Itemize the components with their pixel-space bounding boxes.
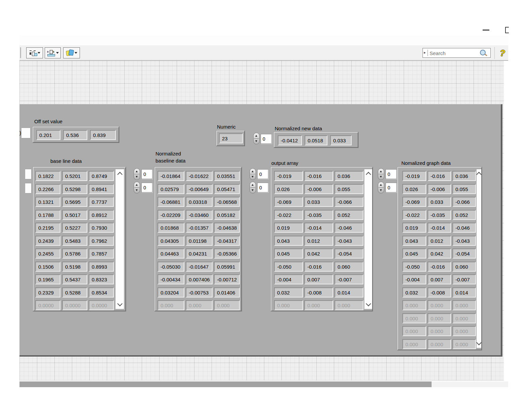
- chevron-down-icon: [38, 52, 40, 54]
- search-scope-icon[interactable]: ▸: [424, 50, 426, 55]
- horizontal-scrollbar-thumb[interactable]: [19, 381, 432, 387]
- array-cell: 0.01198: [186, 236, 213, 246]
- array-cell: 0.03204: [158, 287, 184, 298]
- search-icon[interactable]: [480, 50, 486, 55]
- array-cell: 0.04463: [158, 248, 184, 259]
- align-objects-icon: [29, 50, 37, 56]
- index-field[interactable]: 0: [386, 169, 397, 179]
- index-spinner[interactable]: [378, 168, 384, 180]
- array-cell: -0.050: [274, 262, 303, 272]
- array-cell: -0.006: [428, 184, 451, 194]
- array-cell: 0.000: [158, 300, 184, 310]
- baseline-data-array: 0.18220.52010.87490.22660.52980.89410.13…: [33, 167, 126, 311]
- array-cell: 0.060: [452, 262, 476, 272]
- array-cell: 0.03551: [214, 171, 240, 181]
- array-scrollbar[interactable]: [116, 169, 124, 309]
- toolbar-separator: [20, 47, 21, 58]
- numeric-value: 23: [219, 133, 243, 143]
- array-cell: 0.007: [304, 274, 333, 284]
- array-cell: -0.007: [335, 274, 363, 284]
- index-spinner[interactable]: [134, 182, 140, 193]
- array-cell: 0.01868: [158, 223, 184, 233]
- array-cell: 0.1788: [35, 210, 60, 220]
- array-cell: 0.042: [304, 248, 333, 259]
- array-cell: -0.03460: [186, 210, 213, 220]
- index-field[interactable]: 0: [141, 183, 152, 192]
- search-box[interactable]: ▸: [423, 48, 491, 58]
- scroll-down-icon[interactable]: [117, 301, 123, 307]
- help-button[interactable]: ?: [497, 46, 508, 60]
- index-field[interactable]: 0: [257, 169, 268, 179]
- array-cell: -0.035: [428, 210, 451, 220]
- array-cell: -0.014: [428, 223, 451, 233]
- scroll-up-icon[interactable]: [476, 172, 482, 177]
- array-cell: -0.035: [304, 210, 333, 220]
- normalized-graph-data-array: -0.019-0.0160.0360.026-0.0060.055-0.0690…: [397, 167, 482, 350]
- index-field[interactable]: 0: [386, 183, 397, 192]
- array-cell: 0.05182: [214, 210, 240, 220]
- array-cell: 0.032: [402, 287, 426, 298]
- array-cell: 0.5695: [62, 197, 87, 207]
- search-input[interactable]: [429, 49, 477, 57]
- array-cell: 0.032: [274, 287, 303, 298]
- array-cell: 0.0000: [89, 300, 114, 310]
- partial-index-field[interactable]: [25, 169, 32, 179]
- output-array: -0.019-0.0160.0360.026-0.0060.055-0.0690…: [271, 167, 373, 311]
- numeric-indicator: 23: [216, 131, 245, 146]
- array-cell: 0.7737: [89, 197, 114, 207]
- array-cell: 0.007406: [186, 274, 213, 284]
- array-cell: 0.026: [274, 184, 303, 194]
- array-cell: 0.839: [90, 130, 116, 140]
- array-cell: 0.5198: [62, 262, 87, 272]
- partial-index-field[interactable]: [25, 183, 32, 193]
- scroll-down-icon[interactable]: [366, 301, 371, 307]
- array-cell: 0.1822: [35, 171, 60, 181]
- index-spinner[interactable]: [378, 182, 384, 193]
- index-spinner[interactable]: [134, 168, 140, 180]
- array-cell: -0.019: [402, 171, 426, 181]
- align-objects-button[interactable]: [26, 47, 43, 58]
- reorder-button[interactable]: [63, 47, 80, 58]
- index-field[interactable]: 0: [141, 169, 152, 179]
- array-cell: -0.04638: [214, 223, 240, 233]
- array-cell: 0.8993: [89, 262, 114, 272]
- distribute-objects-button[interactable]: ++: [45, 47, 61, 58]
- array-cell: 0.043: [402, 236, 426, 246]
- partial-control[interactable]: [21, 128, 31, 138]
- array-cell: 0.052: [335, 210, 363, 220]
- array-cell: -0.046: [335, 223, 363, 233]
- index-field[interactable]: 0: [257, 183, 268, 192]
- array-cell: 0.042: [428, 248, 451, 259]
- array-scrollbar[interactable]: [477, 169, 481, 348]
- normalized-new-data-array: -0.0412 0.0518 0.033: [274, 132, 358, 148]
- scroll-down-icon[interactable]: [476, 340, 482, 346]
- array-cell: 0.000: [186, 300, 213, 310]
- scroll-up-icon[interactable]: [117, 172, 123, 177]
- minimize-icon[interactable]: [483, 30, 489, 31]
- array-cell: 0.2329: [35, 287, 60, 298]
- index-spinner[interactable]: [253, 133, 260, 144]
- index-spinner[interactable]: [250, 182, 256, 193]
- array-cell: 0.1506: [35, 262, 60, 272]
- maximize-icon[interactable]: [505, 27, 509, 33]
- array-cell: 0.7962: [89, 236, 114, 246]
- array-cell: 0.7857: [89, 248, 114, 259]
- offset-value-array: 0.201 0.536 0.839: [33, 127, 119, 143]
- scroll-up-icon[interactable]: [366, 172, 371, 177]
- array-cell: 0.043: [274, 236, 303, 246]
- index-field[interactable]: 0: [261, 134, 272, 144]
- array-cell: -0.066: [452, 197, 476, 207]
- array-scrollbar[interactable]: [364, 169, 372, 309]
- horizontal-scrollbar[interactable]: [19, 381, 508, 387]
- partial-control-label: ): [19, 130, 21, 136]
- offset-value-label: Off set value: [34, 119, 62, 124]
- array-cell: 0.000: [428, 300, 451, 310]
- reorder-icon: [66, 50, 74, 56]
- array-cell: 0.000: [428, 326, 451, 336]
- array-cell: -0.016: [304, 171, 333, 181]
- array-cell: -0.069: [274, 197, 303, 207]
- index-spinner[interactable]: [250, 168, 256, 180]
- array-cell: -0.04317: [214, 236, 240, 246]
- array-cell: 0.01406: [214, 287, 240, 298]
- array-cell: 0.2266: [35, 184, 60, 194]
